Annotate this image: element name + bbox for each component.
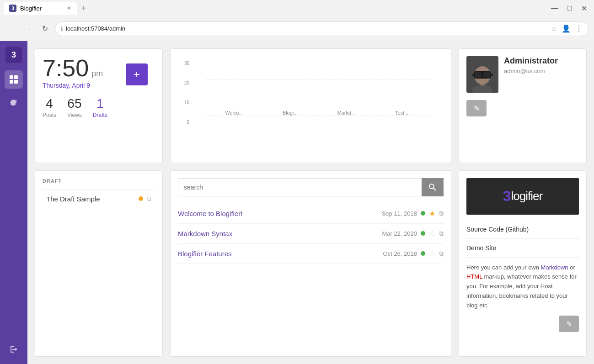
logout-icon	[9, 345, 18, 354]
maximize-button[interactable]: □	[563, 2, 576, 15]
post-title-1[interactable]: Welcome to Blogifier!	[178, 210, 378, 217]
close-button[interactable]: ✕	[578, 2, 590, 15]
chart-card: 30 20 10 0	[170, 48, 451, 163]
time-value: 7:50	[43, 56, 89, 80]
widget-edit-icon: ✎	[566, 320, 572, 328]
tab-close-button[interactable]: ✕	[67, 5, 71, 11]
post-ext-link-1[interactable]: ⧉	[439, 210, 444, 217]
sidebar: 3	[0, 41, 27, 364]
time-ampm: pm	[91, 69, 103, 78]
post-status-3	[421, 251, 425, 256]
address-bar[interactable]: ℹ localhost:57084/admin ☆ 👤 ⋮	[55, 21, 589, 36]
draft-external-link-icon[interactable]: ⧉	[147, 195, 151, 203]
post-ext-link-2[interactable]: ⧉	[439, 230, 444, 237]
svg-rect-10	[483, 72, 490, 78]
new-tab-button[interactable]: +	[79, 4, 89, 13]
settings-icon	[9, 97, 18, 106]
post-title-2[interactable]: Markdown Syntax	[178, 230, 378, 237]
posts-stat: 4 Posts	[43, 96, 56, 118]
banner-text: logifier	[511, 189, 543, 203]
sidebar-item-dashboard[interactable]	[5, 70, 23, 89]
dashboard-icon	[9, 75, 18, 84]
drafts-label: Drafts	[93, 112, 107, 118]
post-date-2: Mar 22, 2020	[382, 230, 417, 237]
menu-icon[interactable]: ⋮	[575, 24, 583, 33]
chart-y-labels: 30 20 10 0	[178, 61, 189, 125]
views-count: 65	[67, 96, 82, 111]
y-label-20: 20	[178, 80, 189, 85]
svg-rect-0	[10, 75, 13, 79]
post-status-2	[421, 231, 425, 236]
post-item-2: Markdown Syntax Mar 22, 2020 ☆ ⧉	[178, 224, 444, 244]
admin-header: Administrator admin@us.com	[466, 56, 579, 93]
markup-text: Markdown	[541, 264, 568, 271]
draft-item-title: The Draft Sample	[46, 195, 135, 203]
widget-edit-button[interactable]: ✎	[559, 316, 579, 332]
draft-item: The Draft Sample ⧉	[43, 189, 155, 208]
tab-title: Blogifier	[20, 5, 42, 12]
admin-email: admin@us.com	[504, 68, 579, 74]
svg-rect-2	[10, 80, 13, 84]
avatar-image	[466, 56, 498, 93]
demo-site-link[interactable]: Demo Site	[466, 239, 579, 258]
admin-edit-button[interactable]: ✎	[466, 100, 487, 116]
post-date-1: Sep 11, 2018	[382, 210, 417, 217]
svg-rect-11	[482, 74, 483, 76]
post-status-1	[421, 211, 425, 216]
admin-name: Administrator	[504, 56, 579, 66]
banner-b: 3	[503, 188, 511, 205]
main-content: + 7:50 pm Thursday, April 9 4 Posts 65 V…	[27, 41, 594, 364]
posts-card: Welcome to Blogifier! Sep 11, 2018 ★ ⧉ M…	[170, 170, 451, 357]
draft-card: DRAFT The Draft Sample ⧉	[35, 170, 163, 357]
profile-icon[interactable]: 👤	[562, 24, 571, 33]
post-date-3: Oct 26, 2018	[383, 250, 417, 257]
back-button[interactable]: ←	[5, 22, 18, 35]
admin-info: Administrator admin@us.com	[504, 56, 579, 74]
svg-rect-12	[472, 74, 475, 76]
browser-tab[interactable]: 3 Blogifier ✕	[4, 2, 77, 15]
sidebar-item-logout[interactable]	[5, 340, 23, 359]
post-star-1[interactable]: ★	[429, 209, 435, 218]
posts-count: 4	[43, 96, 56, 111]
new-post-button[interactable]: +	[126, 63, 148, 85]
post-title-3[interactable]: Blogifier Features	[178, 250, 380, 258]
y-label-10: 10	[178, 100, 189, 105]
html-text: HTML	[466, 273, 482, 280]
search-input[interactable]	[178, 178, 422, 196]
stats-card-inner: + 7:50 pm Thursday, April 9 4 Posts 65 V…	[43, 56, 155, 118]
search-bar	[178, 178, 444, 196]
forward-button[interactable]: →	[22, 22, 35, 35]
svg-rect-13	[490, 74, 493, 76]
bookmark-icon[interactable]: ☆	[551, 25, 557, 32]
edit-icon: ✎	[474, 104, 480, 113]
post-item-1: Welcome to Blogifier! Sep 11, 2018 ★ ⧉	[178, 204, 444, 224]
sidebar-item-settings[interactable]	[5, 92, 23, 111]
sidebar-logo: 3	[5, 47, 22, 63]
draft-section-title: DRAFT	[43, 178, 155, 184]
svg-rect-1	[14, 75, 18, 79]
source-code-link[interactable]: Source Code (Github)	[466, 220, 579, 239]
drafts-stat: 1 Drafts	[93, 96, 107, 118]
admin-avatar	[466, 56, 498, 93]
widget-card: 3 logifier Source Code (Github) Demo Sit…	[459, 170, 587, 357]
posts-label: Posts	[43, 112, 56, 118]
chart-grid	[205, 61, 430, 116]
chart-inner: Welco.. Blogi.. Markd.. Test ..	[205, 61, 430, 125]
browser-chrome: 3 Blogifier ✕ + — □ ✕ ← → ↻ ℹ localhost:…	[0, 0, 594, 41]
draft-status-dot	[139, 196, 143, 201]
grid-line-20	[205, 79, 430, 79]
post-star-3[interactable]: ☆	[429, 249, 435, 258]
minimize-button[interactable]: —	[548, 2, 561, 15]
post-star-2[interactable]: ☆	[429, 229, 435, 238]
widget-description: Here you can add your own Markdown or HT…	[466, 263, 579, 311]
stats-card: + 7:50 pm Thursday, April 9 4 Posts 65 V…	[35, 48, 163, 163]
search-button[interactable]	[422, 178, 444, 196]
post-ext-link-3[interactable]: ⧉	[439, 250, 444, 258]
svg-rect-3	[14, 80, 18, 84]
grid-line-30	[205, 61, 430, 61]
app-container: 3 + 7:50	[0, 41, 594, 364]
search-icon	[428, 183, 437, 191]
address-url: localhost:57084/admin	[66, 25, 125, 32]
reload-button[interactable]: ↻	[38, 22, 51, 35]
browser-nav: ← → ↻ ℹ localhost:57084/admin ☆ 👤 ⋮	[0, 16, 594, 41]
